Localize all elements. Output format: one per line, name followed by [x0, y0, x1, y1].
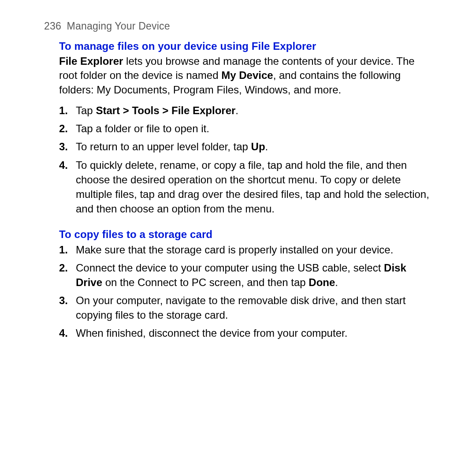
body-text: To quickly delete, rename, or copy a fil…: [76, 159, 429, 215]
running-header: 236 Managing Your Device: [44, 20, 432, 32]
body-text: Make sure that the storage card is prope…: [76, 244, 393, 256]
step-item: On your computer, navigate to the remova…: [59, 293, 432, 322]
body-text: Connect the device to your computer usin…: [76, 262, 384, 274]
bold-text: Start > Tools > File Explorer: [96, 104, 235, 116]
section-subtitle: To manage files on your device using Fil…: [59, 40, 432, 52]
step-text: Connect the device to your computer usin…: [76, 262, 406, 288]
body-text: .: [335, 276, 338, 288]
step-item: Tap Start > Tools > File Explorer.: [59, 103, 432, 118]
body-text: .: [235, 104, 238, 116]
body-text: On your computer, navigate to the remova…: [76, 294, 405, 321]
step-text: Tap Start > Tools > File Explorer.: [76, 104, 238, 116]
body-text: Tap a folder or file to open it.: [76, 123, 209, 134]
bold-text: My Device: [221, 69, 273, 81]
section-subtitle: To copy files to a storage card: [59, 228, 432, 241]
step-text: On your computer, navigate to the remova…: [76, 294, 405, 321]
step-item: When finished, disconnect the device fro…: [59, 326, 432, 340]
steps-list: Make sure that the storage card is prope…: [59, 242, 432, 341]
step-text: When finished, disconnect the device fro…: [76, 327, 347, 339]
bold-text: File Explorer: [59, 55, 123, 67]
page-body: 236 Managing Your Device To manage files…: [0, 0, 476, 341]
body-text: on the Connect to PC screen, and then ta…: [102, 276, 309, 288]
bold-text: Done: [309, 276, 335, 288]
content-sections: To manage files on your device using Fil…: [44, 40, 432, 341]
step-text: Tap a folder or file to open it.: [76, 123, 209, 134]
step-item: Tap a folder or file to open it.: [59, 121, 432, 136]
doc-section: To manage files on your device using Fil…: [59, 40, 432, 216]
step-item: Make sure that the storage card is prope…: [59, 242, 432, 257]
body-text: To return to an upper level folder, tap: [76, 141, 251, 152]
step-text: To quickly delete, rename, or copy a fil…: [76, 159, 429, 215]
step-item: Connect the device to your computer usin…: [59, 260, 432, 290]
steps-list: Tap Start > Tools > File Explorer.Tap a …: [59, 103, 432, 216]
step-text: To return to an upper level folder, tap …: [76, 141, 268, 152]
doc-section: To copy files to a storage cardMake sure…: [59, 228, 432, 341]
body-text: Tap: [76, 104, 96, 116]
body-text: .: [265, 141, 268, 152]
bold-text: Up: [251, 141, 265, 152]
step-text: Make sure that the storage card is prope…: [76, 244, 393, 256]
body-text: When finished, disconnect the device fro…: [76, 327, 347, 339]
page-number: 236: [44, 20, 61, 32]
chapter-title: Managing Your Device: [67, 20, 170, 32]
step-item: To quickly delete, rename, or copy a fil…: [59, 158, 432, 216]
section-intro: File Explorer lets you browse and manage…: [59, 54, 432, 97]
step-item: To return to an upper level folder, tap …: [59, 139, 432, 154]
